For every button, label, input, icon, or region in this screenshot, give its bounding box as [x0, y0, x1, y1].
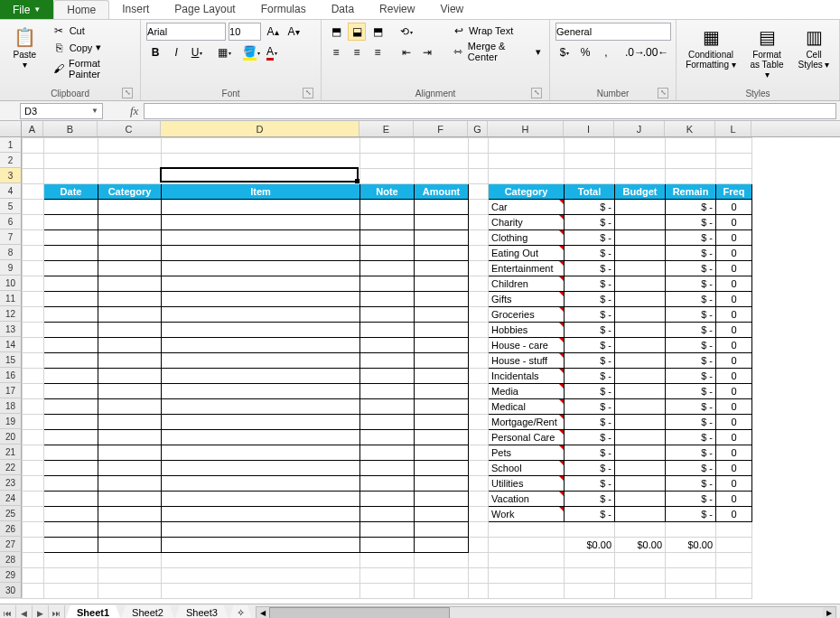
- cell-J28[interactable]: [615, 553, 666, 568]
- cell-L9[interactable]: 0: [716, 261, 752, 276]
- cell-F19[interactable]: [415, 415, 469, 430]
- merge-center-button[interactable]: ⇿Merge & Center ▾: [449, 40, 544, 63]
- cell-H18[interactable]: Medical: [489, 399, 565, 415]
- cell-C28[interactable]: [98, 553, 162, 568]
- cell-G18[interactable]: [469, 399, 489, 415]
- cell-F3[interactable]: [415, 169, 469, 184]
- cell-C3[interactable]: [98, 169, 162, 184]
- cell-E19[interactable]: [360, 415, 415, 430]
- cell-K21[interactable]: $ -: [666, 445, 716, 461]
- align-middle-button[interactable]: ⬓: [348, 23, 366, 41]
- cell-D18[interactable]: [162, 399, 360, 415]
- cell-A9[interactable]: [23, 261, 44, 276]
- cell-E14[interactable]: [360, 338, 415, 353]
- cell-styles-button[interactable]: ▥Cell Styles ▾: [794, 23, 834, 71]
- cell-L3[interactable]: [716, 169, 752, 184]
- cell-B3[interactable]: [44, 169, 98, 184]
- cell-A17[interactable]: [23, 384, 44, 399]
- cell-I15[interactable]: $ -: [565, 353, 615, 369]
- cell-E2[interactable]: [360, 154, 415, 169]
- cell-E4[interactable]: Note: [360, 184, 415, 200]
- cell-E29[interactable]: [360, 568, 415, 584]
- cell-C29[interactable]: [98, 568, 162, 584]
- cell-B6[interactable]: [44, 215, 98, 230]
- cell-I29[interactable]: [565, 568, 615, 584]
- cell-G27[interactable]: [469, 538, 489, 553]
- align-center-button[interactable]: ≡: [348, 43, 366, 61]
- cell-G30[interactable]: [469, 584, 489, 599]
- cell-H26[interactable]: [489, 522, 565, 538]
- cell-D14[interactable]: [162, 338, 360, 353]
- cell-F26[interactable]: [415, 522, 469, 538]
- cell-H19[interactable]: Mortgage/Rent: [489, 415, 565, 430]
- name-box[interactable]: D3▼: [20, 103, 103, 119]
- prev-sheet-button[interactable]: ◀: [16, 605, 33, 619]
- format-as-table-button[interactable]: ▤Format as Table ▾: [745, 23, 789, 81]
- cell-D25[interactable]: [162, 507, 360, 522]
- cell-H3[interactable]: [489, 169, 565, 184]
- cell-J16[interactable]: [615, 369, 666, 384]
- cell-F22[interactable]: [415, 461, 469, 476]
- cell-K27[interactable]: $0.00: [666, 538, 716, 553]
- italic-button[interactable]: I: [167, 43, 185, 61]
- cut-button[interactable]: ✂Cut: [50, 23, 135, 38]
- cell-G17[interactable]: [469, 384, 489, 399]
- cell-J9[interactable]: [615, 261, 666, 276]
- row-header-2[interactable]: 2: [0, 153, 22, 168]
- cell-J8[interactable]: [615, 246, 666, 261]
- comma-button[interactable]: ,: [597, 43, 615, 61]
- cell-C22[interactable]: [98, 461, 162, 476]
- cell-E17[interactable]: [360, 384, 415, 399]
- cell-I4[interactable]: Total: [565, 184, 615, 200]
- cell-K17[interactable]: $ -: [666, 384, 716, 399]
- cell-F6[interactable]: [415, 215, 469, 230]
- cell-H15[interactable]: House - stuff: [489, 353, 565, 369]
- cell-B28[interactable]: [44, 553, 98, 568]
- cell-C11[interactable]: [98, 292, 162, 307]
- cell-I10[interactable]: $ -: [565, 276, 615, 292]
- cell-E9[interactable]: [360, 261, 415, 276]
- cell-G23[interactable]: [469, 476, 489, 492]
- grow-font-button[interactable]: A▴: [264, 23, 282, 41]
- cell-J23[interactable]: [615, 476, 666, 492]
- cell-A21[interactable]: [23, 445, 44, 461]
- cell-F28[interactable]: [415, 553, 469, 568]
- cell-L6[interactable]: 0: [716, 215, 752, 230]
- cell-A15[interactable]: [23, 353, 44, 369]
- cell-L2[interactable]: [716, 154, 752, 169]
- cell-B8[interactable]: [44, 246, 98, 261]
- cell-J18[interactable]: [615, 399, 666, 415]
- cell-K22[interactable]: $ -: [666, 461, 716, 476]
- cell-C27[interactable]: [98, 538, 162, 553]
- cell-E8[interactable]: [360, 246, 415, 261]
- cell-E11[interactable]: [360, 292, 415, 307]
- cell-K20[interactable]: $ -: [666, 430, 716, 445]
- align-right-button[interactable]: ≡: [369, 43, 387, 61]
- cell-L5[interactable]: 0: [716, 200, 752, 215]
- file-tab[interactable]: File▼: [0, 0, 53, 19]
- cell-L22[interactable]: 0: [716, 461, 752, 476]
- cell-K23[interactable]: $ -: [666, 476, 716, 492]
- cell-B20[interactable]: [44, 430, 98, 445]
- cell-G26[interactable]: [469, 522, 489, 538]
- cell-I19[interactable]: $ -: [565, 415, 615, 430]
- row-header-19[interactable]: 19: [0, 414, 22, 429]
- cell-L16[interactable]: 0: [716, 369, 752, 384]
- paste-button[interactable]: 📋 Paste▾: [5, 23, 44, 71]
- first-sheet-button[interactable]: ⏮: [0, 605, 16, 619]
- accounting-button[interactable]: $▾: [555, 43, 574, 61]
- cell-B5[interactable]: [44, 200, 98, 215]
- col-header-G[interactable]: G: [468, 121, 488, 136]
- cell-C15[interactable]: [98, 353, 162, 369]
- cell-H21[interactable]: Pets: [489, 445, 565, 461]
- cell-B4[interactable]: Date: [44, 184, 98, 200]
- row-header-26[interactable]: 26: [0, 521, 22, 537]
- cell-L1[interactable]: [716, 138, 752, 154]
- col-header-J[interactable]: J: [614, 121, 665, 136]
- cell-C7[interactable]: [98, 230, 162, 246]
- cell-K4[interactable]: Remain: [666, 184, 716, 200]
- cell-K15[interactable]: $ -: [666, 353, 716, 369]
- cell-A16[interactable]: [23, 369, 44, 384]
- shrink-font-button[interactable]: A▾: [285, 23, 303, 41]
- cell-B27[interactable]: [44, 538, 98, 553]
